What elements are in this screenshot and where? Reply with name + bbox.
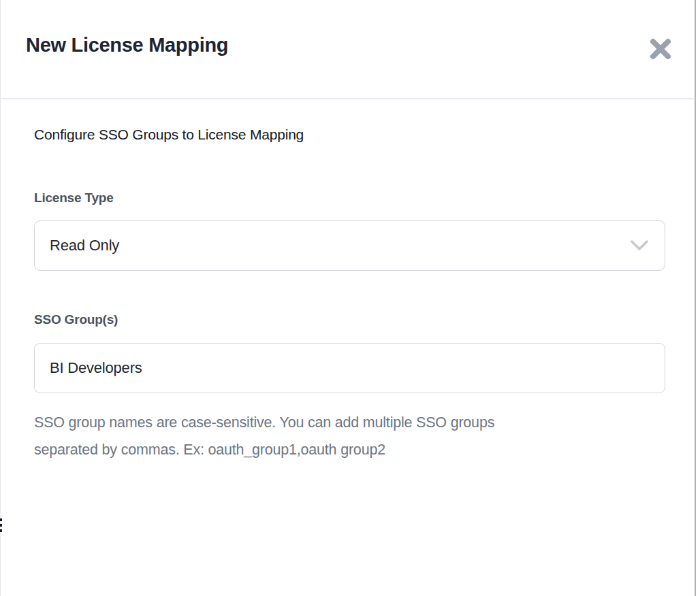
background-menu-dash (0, 518, 2, 521)
modal-right-border (695, 0, 696, 596)
modal-title: New License Mapping (26, 34, 228, 56)
close-button[interactable] (648, 37, 673, 61)
license-type-selected-value: Read Only (50, 237, 119, 254)
chevron-down-icon (631, 240, 648, 251)
helper-line-2: separated by commas. Ex: oauth_group1,oa… (34, 436, 633, 463)
license-type-label: License Type (34, 191, 114, 205)
section-heading: Configure SSO Groups to License Mapping (34, 127, 304, 143)
sso-groups-helper-text: SSO group names are case-sensitive. You … (34, 409, 633, 463)
sso-groups-field-container (34, 343, 665, 393)
background-menu-dash (0, 529, 2, 532)
header-divider (0, 98, 695, 99)
sso-groups-label: SSO Group(s) (34, 312, 118, 327)
license-type-select[interactable]: Read Only (34, 220, 665, 271)
background-menu-dash (0, 524, 2, 527)
new-license-mapping-modal: New License Mapping Configure SSO Groups… (0, 0, 700, 596)
helper-line-1: SSO group names are case-sensitive. You … (34, 409, 633, 436)
close-x-icon (649, 37, 672, 61)
sso-groups-input[interactable] (50, 344, 650, 393)
page-left-edge (0, 0, 1, 596)
